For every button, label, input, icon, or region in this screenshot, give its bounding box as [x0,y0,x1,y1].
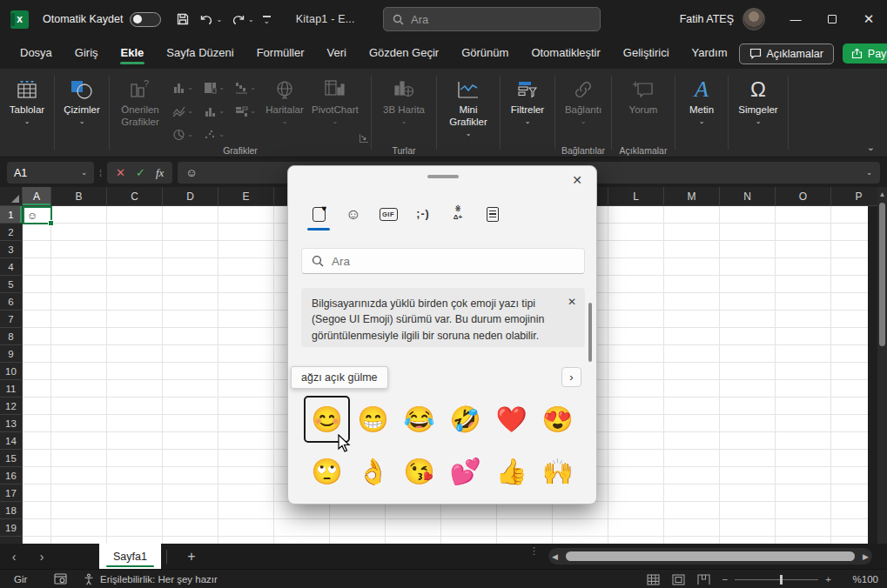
redo-button[interactable]: ⌄ [228,10,257,30]
avatar[interactable] [743,8,765,30]
emoji-item[interactable]: 💕 [442,448,488,495]
tab-emoji[interactable]: ☺ [336,201,371,227]
column-header-A[interactable]: A [23,187,51,205]
row-header-19[interactable]: 19 [0,519,22,537]
emoji-item[interactable]: 😍 [534,396,581,443]
titlebar-search[interactable] [383,7,601,31]
accessibility-status[interactable]: Erişilebilirlik: Her şey hazır [83,573,218,585]
row-header-15[interactable]: 15 [0,450,22,467]
select-all-button[interactable] [0,187,23,206]
column-header-E[interactable]: E [218,187,274,205]
emoji-search[interactable] [301,248,585,274]
row-header-10[interactable]: 10 [0,363,22,380]
ribbon-tab-formüller[interactable]: Formüller [245,40,316,67]
row-header-9[interactable]: 9 [0,345,22,363]
row-header-17[interactable]: 17 [0,484,22,502]
scroll-up-icon[interactable]: ▲ [877,187,887,198]
scroll-right-icon[interactable]: ▶ [858,552,869,561]
page-layout-view-icon[interactable] [672,574,685,585]
name-box[interactable]: A1 ⌄ [7,162,94,184]
emoji-item[interactable]: 🙄 [304,448,350,495]
drag-handle[interactable] [427,175,459,178]
row-header-4[interactable]: 4 [0,258,22,276]
tab-gif[interactable]: GIF [371,201,406,227]
customize-qat-icon[interactable]: ⌄ [260,12,273,25]
column-header-D[interactable]: D [163,187,218,205]
zoom-slider[interactable] [735,579,818,580]
row-header-11[interactable]: 11 [0,380,22,398]
map3d-button[interactable]: 3B Harita ⌄ [380,71,428,125]
row-header-2[interactable]: 2 [0,224,22,241]
link-button[interactable]: Bağlantı ⌄ [560,71,607,125]
row-header-7[interactable]: 7 [0,311,22,328]
recommended-charts-button[interactable]: ? Önerilen Grafikler [113,71,167,129]
comments-button[interactable]: Açıklamalar [739,43,834,64]
save-icon[interactable] [173,9,192,30]
funnel-chart-icon[interactable]: ⌄ [235,105,256,117]
ribbon-tab-geliştirici[interactable]: Geliştirici [612,40,681,67]
emoji-item[interactable]: 🤣 [442,396,488,443]
sheet-tab-sayfa1[interactable]: Sayfa1 [99,544,161,569]
ribbon-tab-yardım[interactable]: Yardım [681,40,739,67]
formula-expand-icon[interactable]: ⌄ [866,169,872,177]
emoji-item[interactable]: 👍 [488,448,534,495]
tab-recent[interactable] [301,201,336,227]
column-chart-icon[interactable]: ⌄ [172,82,193,94]
column-header-C[interactable]: C [107,187,163,205]
charts-dialog-launcher-icon[interactable]: ↘ [360,134,368,143]
zoom-out-button[interactable]: − [722,574,729,585]
vertical-scroll-thumb[interactable] [879,203,885,346]
active-cell-a1[interactable]: ☺ [23,206,52,224]
column-header-M[interactable]: M [664,187,720,205]
share-button[interactable]: Paylaş ⌄ [843,43,887,63]
histogram-chart-icon[interactable]: ⌄ [204,105,225,117]
new-comment-button[interactable]: Yorum [620,71,667,117]
column-header-P[interactable]: P [831,187,877,205]
minimize-button[interactable]: — [777,0,814,38]
emoji-item[interactable]: 😁 [350,396,396,443]
row-header-18[interactable]: 18 [0,502,22,519]
ribbon-tab-sayfa-düzeni[interactable]: Sayfa Düzeni [155,40,245,67]
undo-button[interactable]: ⌄ [196,10,225,30]
waterfall-chart-icon[interactable]: ⌄ [235,82,256,94]
column-header-O[interactable]: O [776,187,831,205]
emoji-item[interactable]: 😘 [396,448,442,495]
page-break-view-icon[interactable] [697,574,710,585]
autosave-toggle[interactable] [130,12,161,27]
warning-close-icon[interactable]: ✕ [568,294,576,310]
redo-caret-icon[interactable]: ⌄ [248,16,254,23]
emoji-item[interactable]: 😂 [396,396,442,443]
column-header-N[interactable]: N [720,187,776,205]
close-button[interactable]: ✕ [850,0,887,38]
line-chart-icon[interactable]: ⌄ [172,105,193,117]
vertical-scrollbar[interactable]: ▲ [877,187,887,544]
user-name[interactable]: Fatih ATEŞ [680,13,734,25]
pie-chart-icon[interactable]: ⌄ [172,129,193,141]
sparklines-button[interactable]: Mini Grafikler ⌄ [440,71,496,137]
tab-symbols[interactable]: ※ Δ+ [440,201,475,227]
cancel-icon[interactable]: ✕ [116,166,125,179]
scroll-left-icon[interactable]: ◀ [552,552,562,561]
pivotchart-button[interactable]: PivotChart ⌄ [308,71,362,125]
row-header-5[interactable]: 5 [0,276,22,293]
tab-kaomoji[interactable]: ;-) [406,201,440,227]
maximize-button[interactable] [814,0,850,38]
row-header-6[interactable]: 6 [0,293,22,311]
normal-view-icon[interactable] [647,574,660,585]
undo-caret-icon[interactable]: ⌄ [216,16,222,23]
ribbon-tab-giriş[interactable]: Giriş [64,40,110,67]
ribbon-tab-otomatikleştir[interactable]: Otomatikleştir [520,40,611,67]
ribbon-tab-ekle[interactable]: Ekle [110,40,156,67]
zoom-slider-thumb[interactable] [780,575,783,585]
tab-clipboard[interactable] [475,201,510,227]
filters-button[interactable]: Filtreler ⌄ [504,71,551,125]
maps-button[interactable]: Haritalar ⌄ [261,71,308,125]
treemap-chart-icon[interactable]: ⌄ [204,82,225,94]
zoom-level[interactable]: %100 [843,574,878,585]
row-header-8[interactable]: 8 [0,328,22,345]
horizontal-scroll-thumb[interactable] [566,551,855,561]
text-button[interactable]: A Metin ⌄ [678,71,725,125]
symbols-button[interactable]: Ω Simgeler ⌄ [735,71,782,125]
formula-bar-grip[interactable]: ⁞ [99,168,102,178]
scatter-chart-icon[interactable]: ⌄ [204,129,225,141]
